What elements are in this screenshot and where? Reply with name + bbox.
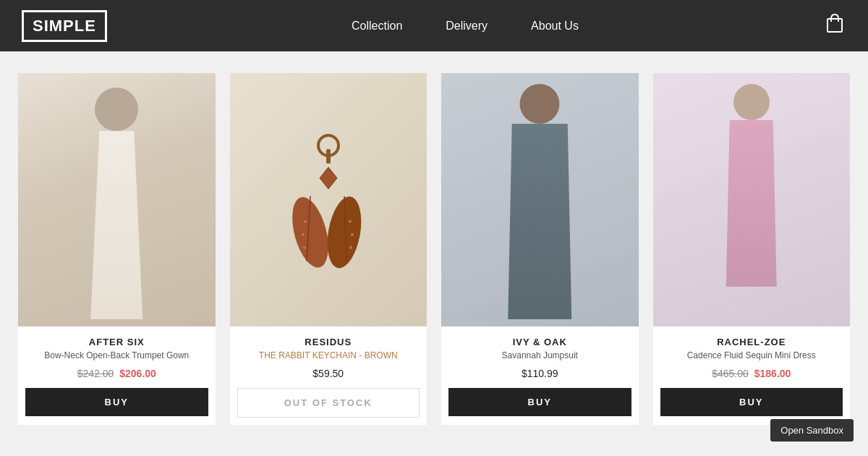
price-original: $465.00	[712, 368, 749, 379]
product-name: Savannah Jumpsuit	[495, 350, 585, 360]
price-sale: $206.00	[119, 368, 156, 379]
product-price: $465.00 $186.00	[712, 368, 791, 379]
svg-point-9	[304, 220, 307, 223]
product-price: $110.99	[522, 368, 558, 379]
product-name: THE RABBIT KEYCHAIN - BROWN	[252, 350, 405, 360]
header: SIMPLE Collection Delivery About Us	[0, 0, 868, 51]
buy-button[interactable]: BUY	[25, 388, 208, 416]
product-name: Cadence Fluid Sequin Mini Dress	[680, 350, 823, 360]
logo[interactable]: SIMPLE	[22, 10, 107, 42]
product-card: IVY & OAK Savannah Jumpsuit $110.99 BUY	[441, 73, 639, 425]
product-image	[18, 73, 216, 326]
navigation: Collection Delivery About Us	[352, 20, 579, 33]
product-card: RACHEL-ZOE Cadence Fluid Sequin Mini Dre…	[653, 73, 851, 425]
nav-about-us[interactable]: About Us	[531, 20, 579, 33]
price-sale: $186.00	[754, 368, 791, 379]
product-price: $59.50	[312, 368, 344, 379]
product-price: $242.00 $206.00	[77, 368, 156, 379]
product-card: AFTER SIX Bow-Neck Open-Back Trumpet Gow…	[18, 73, 216, 425]
svg-marker-3	[320, 167, 337, 189]
svg-point-13	[351, 233, 354, 236]
svg-point-11	[303, 246, 306, 249]
product-image	[441, 73, 639, 326]
nav-collection[interactable]: Collection	[352, 20, 402, 33]
buy-button[interactable]: BUY	[660, 388, 843, 416]
svg-point-12	[349, 220, 352, 223]
product-brand: RACHEL-ZOE	[717, 337, 786, 347]
svg-point-14	[349, 246, 352, 249]
buy-button[interactable]: BUY	[448, 388, 631, 416]
residus-bg	[230, 73, 427, 326]
product-image	[230, 73, 427, 326]
product-brand: RESIDUS	[305, 337, 352, 347]
price-regular: $110.99	[522, 368, 558, 379]
svg-point-10	[302, 233, 305, 236]
product-brand: IVY & OAK	[513, 337, 567, 347]
price-original: $242.00	[77, 368, 114, 379]
svg-rect-2	[326, 149, 331, 164]
nav-delivery[interactable]: Delivery	[446, 20, 488, 33]
price-regular: $59.50	[312, 368, 344, 379]
out-of-stock-label: OUT OF STOCK	[237, 388, 420, 418]
cart-icon[interactable]	[823, 12, 846, 40]
keychain-illustration	[285, 127, 372, 272]
open-sandbox-tooltip[interactable]: Open Sandbox	[770, 419, 854, 442]
product-card: RESIDUS THE RABBIT KEYCHAIN - BROWN $59.…	[230, 73, 427, 425]
product-image	[653, 73, 851, 326]
product-name: Bow-Neck Open-Back Trumpet Gown	[37, 350, 196, 360]
svg-rect-0	[827, 19, 842, 32]
product-grid: AFTER SIX Bow-Neck Open-Back Trumpet Gow…	[0, 51, 868, 447]
product-brand: AFTER SIX	[89, 337, 145, 347]
